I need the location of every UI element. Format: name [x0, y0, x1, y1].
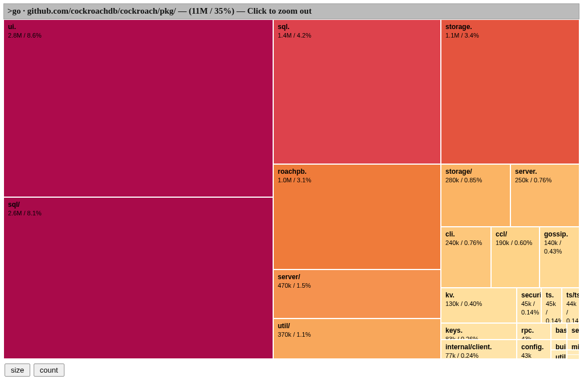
- treemap-node-stats: 470k / 1.5%: [278, 282, 311, 289]
- treemap-node-stats: 1.4M / 4.2%: [278, 32, 311, 39]
- treemap-node-name: server/: [278, 273, 437, 281]
- treemap-node-stats: 44k / 0.14%: [566, 300, 579, 323]
- treemap-node-stats: 2.6M / 8.1%: [8, 210, 42, 217]
- title-path: >go · github.com/cockroachdb/cockroach/p…: [7, 6, 189, 15]
- treemap-node-stats: 130k / 0.40%: [445, 300, 482, 307]
- treemap-node[interactable]: server.250k / 0.76%: [510, 164, 579, 227]
- treemap-node[interactable]: rpc.43k: [517, 323, 551, 340]
- treemap-node[interactable]: cli.240k / 0.76%: [441, 227, 491, 288]
- treemap-node[interactable]: base.: [551, 323, 567, 340]
- size-button[interactable]: size: [5, 364, 30, 377]
- treemap-node[interactable]: util/370k / 1.1%: [273, 318, 441, 359]
- treemap-node[interactable]: roachpb.1.0M / 3.1%: [273, 164, 441, 270]
- mode-button-group: size count: [3, 364, 579, 377]
- treemap-node-name: ts.: [546, 291, 558, 300]
- treemap-node-name: storage.: [445, 23, 576, 31]
- treemap-node[interactable]: server/470k / 1.5%: [273, 270, 441, 318]
- treemap-node-name: build.: [555, 343, 563, 350]
- treemap-chart[interactable]: ui.2.8M / 8.6%sql/2.6M / 8.1%sql.1.4M / …: [3, 19, 579, 359]
- treemap-node-name: ccl/: [496, 230, 536, 239]
- treemap-node-stats: 190k / 0.60%: [496, 239, 532, 246]
- treemap-node-stats: 45k / 0.14%: [546, 300, 562, 323]
- treemap-node-stats: 43k: [521, 336, 532, 340]
- treemap-node-name: rpc.: [521, 326, 548, 335]
- treemap-node-stats: 280k / 0.85%: [445, 177, 482, 183]
- treemap-node[interactable]: ccl/190k / 0.60%: [491, 227, 540, 288]
- treemap-node-name: roachpb.: [278, 168, 437, 176]
- treemap-node[interactable]: keys.83k / 0.26%: [441, 323, 517, 340]
- count-button[interactable]: count: [34, 364, 64, 377]
- treemap-node-name: ui.: [8, 23, 270, 31]
- treemap-node-name: storage/: [445, 168, 507, 176]
- treemap-node-name: util/: [278, 322, 437, 330]
- treemap-node-stats: 83k / 0.26%: [445, 336, 478, 340]
- treemap-node-name: keys.: [445, 326, 513, 335]
- treemap-node-stats: 250k / 0.76%: [515, 177, 551, 183]
- treemap-node-name: util.: [555, 353, 563, 359]
- treemap-node[interactable]: [567, 354, 579, 360]
- treemap-node[interactable]: ui.2.8M / 8.6%: [3, 19, 273, 197]
- treemap-node-name: migration.: [571, 343, 576, 350]
- treemap-node[interactable]: storage.1.1M / 3.4%: [441, 19, 579, 164]
- treemap-node-stats: 140k / 0.43%: [544, 239, 562, 255]
- treemap-node[interactable]: config.43k: [517, 340, 551, 359]
- treemap-node[interactable]: ts.45k / 0.14%: [541, 288, 562, 323]
- treemap-node-stats: 240k / 0.76%: [445, 239, 482, 246]
- treemap-node[interactable]: security.45k / 0.14%: [517, 288, 541, 323]
- treemap-node[interactable]: ts/tspb.44k / 0.14%: [562, 288, 579, 323]
- treemap-node-stats: 1.0M / 3.1%: [278, 177, 311, 183]
- treemap-node-stats: 77k / 0.24%: [445, 352, 478, 359]
- treemap-node[interactable]: migration.: [567, 340, 579, 350]
- treemap-node[interactable]: build.: [551, 340, 567, 350]
- treemap-node-name: kv.: [445, 291, 513, 300]
- treemap-node-name: sql.: [278, 23, 437, 31]
- breadcrumb-titlebar[interactable]: >go · github.com/cockroachdb/cockroach/p…: [3, 3, 579, 19]
- treemap-node-name: internal/client.: [445, 343, 513, 352]
- treemap-node-name: server.: [515, 168, 576, 176]
- treemap-node[interactable]: sql.1.4M / 4.2%: [273, 19, 441, 164]
- treemap-node-name: config.: [521, 343, 548, 352]
- treemap-node[interactable]: util.: [551, 350, 567, 359]
- treemap-node-stats: 45k / 0.14%: [521, 300, 539, 316]
- treemap-node-stats: 1.1M / 3.4%: [445, 32, 479, 39]
- treemap-node-name: base.: [555, 326, 563, 335]
- treemap-node-stats: 370k / 1.1%: [278, 331, 311, 338]
- title-summary: (11M / 35%): [189, 6, 234, 15]
- treemap-node-name: ts/tspb.: [566, 291, 576, 300]
- treemap-node-name: security.: [521, 291, 538, 300]
- treemap-node[interactable]: storage/280k / 0.85%: [441, 164, 510, 227]
- treemap-node-name: sql/: [8, 201, 270, 209]
- treemap-node-name: gossip.: [544, 230, 576, 239]
- treemap-node[interactable]: internal/client.77k / 0.24%: [441, 340, 517, 359]
- treemap-node-stats: 43k: [521, 352, 532, 359]
- treemap-node[interactable]: gossip.140k / 0.43%: [540, 227, 579, 288]
- treemap-node-name: settings.: [571, 326, 576, 335]
- title-hint: — Click to zoom out: [234, 6, 311, 15]
- treemap-node[interactable]: settings.: [567, 323, 579, 340]
- treemap-node[interactable]: sql/2.6M / 8.1%: [3, 197, 273, 359]
- treemap-node[interactable]: kv.130k / 0.40%: [441, 288, 517, 323]
- treemap-node-name: cli.: [445, 230, 488, 239]
- treemap-node-stats: 2.8M / 8.6%: [8, 32, 42, 39]
